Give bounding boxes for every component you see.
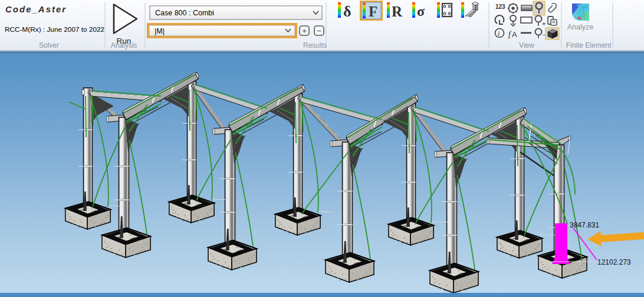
svg-text:Analyze: Analyze (567, 23, 594, 31)
svg-text:|M|: |M| (155, 27, 165, 35)
svg-text:+: + (302, 27, 307, 35)
svg-text:σ: σ (417, 4, 425, 19)
svg-text:δ: δ (343, 3, 351, 20)
svg-text:i: i (498, 29, 500, 38)
svg-text:Finite Element: Finite Element (566, 41, 612, 50)
svg-text:−: − (317, 27, 321, 35)
svg-text:A: A (512, 30, 517, 39)
svg-text:Solver: Solver (39, 41, 59, 50)
svg-text:Results: Results (303, 41, 327, 50)
svg-text:R: R (392, 4, 403, 19)
svg-text:123: 123 (495, 4, 505, 10)
svg-text:View: View (519, 41, 534, 50)
svg-text:+: + (542, 20, 546, 27)
svg-text:Run: Run (117, 37, 132, 45)
svg-text:Code_Aster: Code_Aster (5, 4, 67, 14)
svg-text:F: F (369, 4, 377, 19)
svg-text:RCC-M(Rx) : June 2007 to 2022: RCC-M(Rx) : June 2007 to 2022 (5, 25, 104, 34)
svg-text:12102.273: 12102.273 (597, 258, 631, 266)
svg-text:Case 800 : Combi: Case 800 : Combi (155, 9, 214, 17)
svg-text:3847.831: 3847.831 (570, 221, 599, 229)
